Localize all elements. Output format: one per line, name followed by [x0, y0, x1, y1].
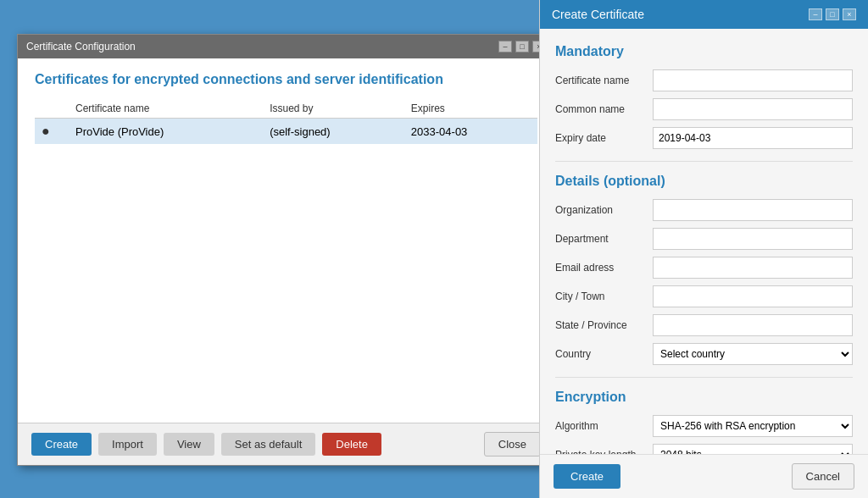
create-cert-panel: Create Certificate – □ × Mandatory Certi…	[539, 0, 868, 498]
country-row: Country Select country	[555, 343, 853, 365]
expiry-date-input[interactable]	[653, 127, 853, 149]
panel-minimize-button[interactable]: –	[809, 8, 822, 20]
maximize-button[interactable]: □	[515, 41, 529, 53]
cert-config-footer: Create Import View Set as default Delete…	[18, 423, 554, 465]
create-cert-titlebar: Create Certificate – □ ×	[540, 0, 868, 29]
city-label: City / Town	[555, 290, 653, 302]
cancel-button[interactable]: Cancel	[792, 463, 854, 490]
country-select[interactable]: Select country	[653, 343, 853, 365]
create-cert-button[interactable]: Create	[31, 433, 92, 456]
cert-dot: ●	[35, 119, 69, 145]
cert-config-body: Certificates for encrypted connections a…	[18, 58, 554, 423]
email-input[interactable]	[653, 257, 853, 279]
encryption-section-title: Encryption	[555, 390, 853, 405]
common-name-input[interactable]	[653, 98, 853, 120]
key-length-select[interactable]: 2048 bits	[653, 444, 853, 454]
algorithm-select[interactable]: SHA-256 with RSA encryption	[653, 415, 853, 437]
common-name-row: Common name	[555, 98, 853, 120]
cert-name-label: Certificate name	[555, 75, 653, 86]
panel-controls: – □ ×	[809, 8, 856, 20]
state-row: State / Province	[555, 314, 853, 336]
email-row: Email adress	[555, 257, 853, 279]
col-header-cert-name: Certificate name	[69, 99, 263, 119]
import-cert-button[interactable]: Import	[98, 433, 157, 456]
organization-label: Organization	[555, 204, 653, 216]
city-row: City / Town	[555, 285, 853, 307]
create-submit-button[interactable]: Create	[554, 464, 620, 489]
city-input[interactable]	[653, 285, 853, 307]
cert-name-input[interactable]	[653, 69, 853, 91]
organization-row: Organization	[555, 199, 853, 221]
mandatory-section-title: Mandatory	[555, 44, 853, 59]
expiry-date-label: Expiry date	[555, 132, 653, 144]
close-window-button[interactable]: Close	[484, 432, 541, 456]
minimize-button[interactable]: –	[498, 41, 512, 53]
cert-config-title: Certificate Configuration	[26, 41, 136, 53]
department-label: Department	[555, 233, 653, 245]
expiry-date-row: Expiry date	[555, 127, 853, 149]
create-cert-title: Create Certificate	[552, 8, 644, 21]
cert-config-window: Certificate Configuration – □ × Certific…	[17, 34, 555, 466]
email-label: Email adress	[555, 262, 653, 274]
cert-name-cell: ProVide (ProVide)	[69, 119, 263, 145]
cert-config-heading: Certificates for encrypted connections a…	[35, 72, 537, 87]
details-divider	[555, 377, 853, 378]
cert-config-titlebar: Certificate Configuration – □ ×	[18, 35, 554, 58]
state-input[interactable]	[653, 314, 853, 336]
algorithm-row: Algorithm SHA-256 with RSA encryption	[555, 415, 853, 437]
common-name-label: Common name	[555, 103, 653, 115]
view-cert-button[interactable]: View	[164, 433, 214, 456]
create-cert-body: Mandatory Certificate name Common name E…	[540, 29, 868, 454]
table-row[interactable]: ● ProVide (ProVide) (self-signed) 2033-0…	[35, 119, 537, 145]
cert-issued-cell: (self-signed)	[263, 119, 404, 145]
cert-name-row: Certificate name	[555, 69, 853, 91]
country-label: Country	[555, 348, 653, 360]
key-length-row: Private key length 2048 bits	[555, 444, 853, 454]
col-header-name	[35, 99, 69, 119]
state-label: State / Province	[555, 319, 653, 331]
department-row: Department	[555, 228, 853, 250]
panel-close-button[interactable]: ×	[843, 8, 856, 20]
cert-expires-cell: 2033-04-03	[404, 119, 537, 145]
mandatory-divider	[555, 161, 853, 162]
department-input[interactable]	[653, 228, 853, 250]
create-cert-footer: Create Cancel	[540, 454, 868, 498]
cert-table: Certificate name Issued by Expires ● Pro…	[35, 99, 537, 144]
col-header-issued-by: Issued by	[263, 99, 404, 119]
col-header-expires: Expires	[404, 99, 537, 119]
details-section-title: Details (optional)	[555, 174, 853, 189]
organization-input[interactable]	[653, 199, 853, 221]
delete-cert-button[interactable]: Delete	[322, 433, 381, 456]
set-default-button[interactable]: Set as default	[221, 433, 316, 456]
panel-maximize-button[interactable]: □	[826, 8, 839, 20]
algorithm-label: Algorithm	[555, 420, 653, 432]
